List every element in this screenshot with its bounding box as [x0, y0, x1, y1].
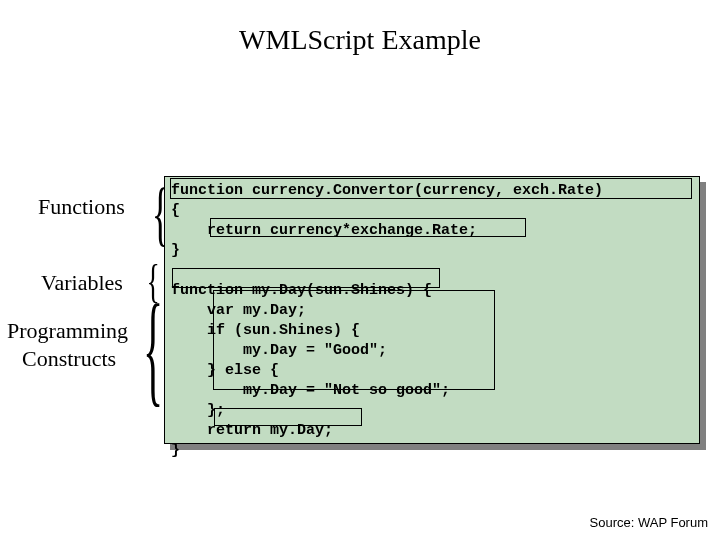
highlight-return-statement [210, 218, 526, 237]
highlight-programming-constructs [213, 290, 495, 390]
label-variables: Variables [41, 270, 123, 296]
slide-title: WMLScript Example [0, 24, 720, 56]
brace-icon: { [143, 276, 163, 421]
source-citation: Source: WAP Forum [590, 515, 708, 530]
highlight-function-signature [170, 178, 692, 199]
highlight-function-signature [172, 268, 440, 288]
label-programming: Programming [7, 318, 128, 344]
label-functions: Functions [38, 194, 125, 220]
highlight-return-statement [214, 408, 362, 426]
label-constructs: Constructs [22, 346, 116, 372]
slide: WMLScript Example Functions Variables Pr… [0, 0, 720, 540]
